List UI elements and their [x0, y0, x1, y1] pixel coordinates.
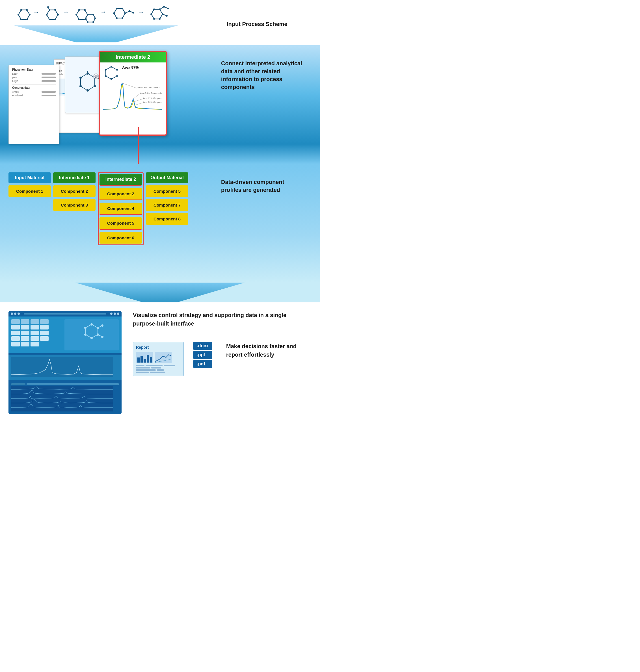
bottom-cell-1 — [11, 383, 26, 385]
svg-text:→: → — [138, 9, 144, 16]
logp-label: LogP — [12, 72, 18, 75]
comp-box-4: Component 2 — [100, 188, 142, 200]
report-bar-6 — [136, 369, 156, 371]
td1 — [11, 325, 20, 330]
td13 — [11, 342, 20, 347]
svg-point-11 — [57, 14, 59, 16]
col-header-int2: Intermediate 2 — [100, 174, 142, 186]
col-intermediate2: Intermediate 2 Component 2 Component 4 C… — [98, 172, 144, 245]
report-section: Report — [133, 342, 311, 376]
logd-row: LogD — [12, 80, 56, 83]
report-title-label: Make decisions faster and report effortl… — [226, 343, 296, 358]
table-row-4 — [11, 342, 62, 347]
bottom-chromatograms — [11, 386, 113, 411]
table-row-1 — [11, 325, 62, 330]
report-label: Make decisions faster and report effortl… — [226, 342, 311, 359]
comp-box-2: Component 2 — [53, 185, 96, 197]
svg-marker-33 — [114, 9, 125, 18]
logp-row: LogP — [12, 72, 56, 75]
report-bar-7 — [157, 369, 164, 371]
col-header-int1-label: Intermediate 1 — [59, 175, 90, 180]
titlebar-dot4 — [110, 312, 113, 315]
titlebar-bar — [24, 313, 106, 315]
logd-label: LogD — [12, 80, 18, 83]
section4-label: Visualize control strategy and supportin… — [133, 311, 311, 328]
svg-point-37 — [121, 17, 123, 19]
svg-point-96 — [84, 327, 87, 329]
pka-label: pKa — [12, 76, 17, 79]
interface-bottom-area — [9, 381, 121, 414]
connector-band-1-2 — [0, 144, 320, 164]
comp-box-3: Component 3 — [53, 199, 96, 211]
file-label-pdf: .pdf — [193, 360, 212, 368]
funnel-svg-3 — [75, 282, 245, 302]
titlebar-dot5 — [114, 312, 116, 315]
report-mockup: Report — [133, 342, 184, 376]
comp-box-6: Component 5 — [100, 217, 142, 230]
predicted-bar — [42, 95, 56, 96]
svg-point-23 — [78, 19, 80, 20]
svg-rect-109 — [155, 352, 172, 363]
td14 — [21, 342, 29, 347]
col-header-int2-label: Intermediate 2 — [105, 177, 136, 182]
page-container: → → — [0, 0, 320, 423]
svg-point-28 — [94, 17, 96, 19]
comp-box-1: Component 1 — [9, 185, 51, 197]
svg-point-77 — [105, 75, 106, 77]
section1-label: Input Process Scheme — [227, 21, 311, 27]
section3-label: Data-driven component profiles are gener… — [221, 172, 311, 194]
svg-point-55 — [168, 8, 169, 9]
section4-container: Visualize control strategy and supportin… — [0, 302, 320, 423]
svg-point-51 — [150, 13, 152, 15]
report-bar-2 — [146, 365, 162, 366]
titlebar-dot2 — [14, 312, 16, 315]
svg-point-76 — [111, 78, 112, 80]
col-output-material: Output Material Component 5 Component 7 … — [146, 172, 188, 225]
col-input-material: Input Material Component 1 — [9, 172, 51, 197]
comp-box-8: Component 5 — [146, 185, 188, 197]
svg-point-98 — [101, 324, 103, 327]
process-scheme-visual: → → — [9, 6, 184, 42]
section3-title: Data-driven component profiles are gener… — [221, 179, 284, 193]
col-header-input-label: Input Material — [15, 175, 44, 180]
funnel-connector-2 — [0, 144, 320, 164]
svg-point-39 — [113, 12, 115, 14]
report-doc: Report — [133, 342, 184, 376]
intermediate2-card: Intermediate 2 — [99, 51, 167, 136]
doc-physchem-paper: Physchem Data LogP pKa LogD Genotox data… — [9, 65, 59, 144]
comp-box-10: Component 8 — [146, 213, 188, 225]
th4 — [40, 319, 49, 324]
svg-point-95 — [84, 334, 87, 336]
th3 — [30, 319, 39, 324]
ames-bar — [42, 91, 56, 93]
th1 — [11, 319, 20, 324]
svg-text:Area 1.1%, Component 5: Area 1.1%, Component 5 — [143, 97, 162, 100]
pka-bar — [42, 77, 56, 78]
svg-point-12 — [54, 19, 56, 20]
svg-rect-88 — [0, 144, 320, 164]
svg-point-26 — [87, 14, 88, 16]
svg-point-66 — [79, 77, 82, 79]
svg-rect-107 — [147, 355, 149, 363]
interface-mockup — [9, 311, 121, 414]
td6 — [21, 331, 29, 335]
svg-marker-60 — [81, 73, 95, 90]
ames-label: Ames — [12, 90, 19, 93]
td7 — [30, 331, 39, 335]
svg-rect-105 — [141, 356, 143, 363]
interface-chromatogram — [11, 357, 113, 377]
titlebar — [9, 311, 121, 317]
td3 — [30, 325, 39, 330]
svg-marker-45 — [151, 9, 162, 19]
col-header-output-label: Output Material — [150, 175, 184, 180]
report-text-row-4 — [136, 371, 180, 373]
comp-box-5: Component 4 — [100, 203, 142, 215]
intermediate2-card-header: Intermediate 2 — [100, 52, 166, 62]
svg-point-91 — [90, 323, 93, 325]
logd-bar — [42, 80, 56, 82]
svg-text:Area 0.5%, Component 4: Area 0.5%, Component 4 — [140, 92, 162, 94]
svg-marker-58 — [14, 26, 178, 42]
pka-row: pKa — [12, 76, 56, 79]
section3-container: Input Material Component 1 Intermediate … — [0, 164, 320, 282]
svg-point-73 — [111, 66, 112, 68]
